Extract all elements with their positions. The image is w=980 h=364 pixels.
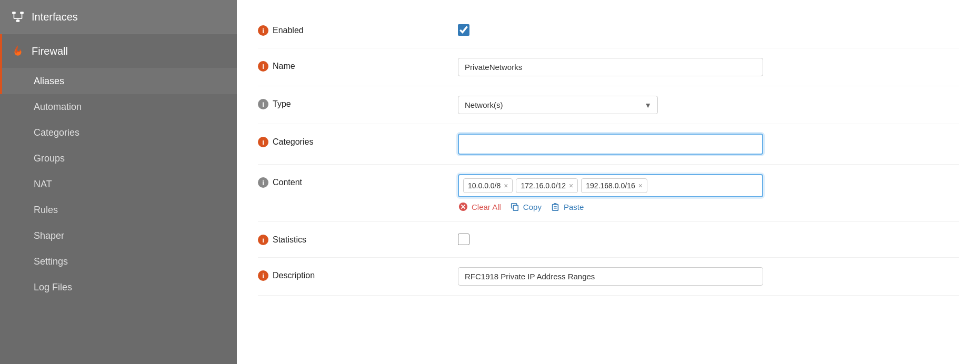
sidebar-subitem-log-files[interactable]: Log Files: [0, 275, 237, 300]
sidebar: Interfaces Firewall Aliases Automation C…: [0, 0, 237, 364]
content-row: i Content 10.0.0.0/8 × 172.16.0.0/12 × 1…: [258, 165, 959, 222]
description-input[interactable]: [458, 267, 763, 286]
clear-all-label: Clear All: [472, 203, 501, 211]
sidebar-item-interfaces[interactable]: Interfaces: [0, 0, 237, 34]
enabled-checkbox[interactable]: [458, 24, 469, 36]
sidebar-item-firewall[interactable]: Firewall: [0, 34, 237, 68]
name-info-icon[interactable]: i: [258, 61, 268, 72]
description-control: [458, 267, 959, 286]
tag-10.0.0.0: 10.0.0.0/8 ×: [463, 178, 513, 193]
tag-remove-10.0.0.0[interactable]: ×: [504, 182, 508, 189]
sidebar-subitem-shaper[interactable]: Shaper: [0, 223, 237, 249]
sidebar-subitem-rules-label: Rules: [34, 205, 58, 216]
statistics-info-icon[interactable]: i: [258, 235, 268, 245]
sidebar-subitem-rules[interactable]: Rules: [0, 197, 237, 223]
content-info-icon[interactable]: i: [258, 177, 268, 188]
content-control: 10.0.0.0/8 × 172.16.0.0/12 × 192.168.0.0…: [458, 174, 959, 212]
paste-button[interactable]: Paste: [550, 201, 584, 212]
sidebar-subitem-settings-label: Settings: [34, 256, 68, 267]
main-content: i Enabled i Name i Type Network(s) Host(…: [237, 0, 980, 364]
statistics-label: i Statistics: [258, 231, 458, 245]
description-label: i Description: [258, 267, 458, 281]
sidebar-subitem-aliases[interactable]: Aliases: [0, 68, 237, 94]
copy-label: Copy: [523, 203, 542, 211]
sidebar-subitem-nat-label: NAT: [34, 179, 52, 190]
categories-input[interactable]: [458, 134, 763, 155]
enabled-row: i Enabled: [258, 13, 959, 48]
categories-control: [458, 134, 959, 155]
paste-label: Paste: [564, 203, 584, 211]
enabled-info-icon[interactable]: i: [258, 25, 268, 36]
sidebar-item-firewall-label: Firewall: [32, 45, 68, 57]
sidebar-subitem-categories-label: Categories: [34, 127, 79, 138]
description-row: i Description: [258, 258, 959, 296]
content-actions: Clear All Copy: [458, 201, 959, 212]
network-icon: [11, 9, 25, 24]
tag-172.16.0.0: 172.16.0.0/12 ×: [516, 178, 578, 193]
sidebar-subitem-settings[interactable]: Settings: [0, 249, 237, 275]
statistics-control: [458, 231, 959, 247]
sidebar-item-interfaces-label: Interfaces: [32, 11, 78, 23]
type-control: Network(s) Host(s) Port(s) URL(s) URL Ta…: [458, 96, 959, 114]
categories-label: i Categories: [258, 134, 458, 147]
sidebar-subitem-groups[interactable]: Groups: [0, 146, 237, 171]
categories-row: i Categories: [258, 124, 959, 165]
name-control: [458, 58, 959, 76]
copy-icon: [509, 201, 520, 212]
svg-rect-2: [16, 19, 20, 22]
sidebar-subitem-categories[interactable]: Categories: [0, 120, 237, 146]
tag-remove-172.16.0.0[interactable]: ×: [569, 182, 573, 189]
name-row: i Name: [258, 48, 959, 86]
sidebar-subitem-groups-label: Groups: [34, 153, 65, 164]
sidebar-subitem-automation-label: Automation: [34, 102, 82, 113]
name-input[interactable]: [458, 58, 763, 76]
sidebar-subitem-nat[interactable]: NAT: [0, 171, 237, 197]
name-label: i Name: [258, 58, 458, 72]
tag-192.168.0.0: 192.168.0.0/16 ×: [581, 178, 647, 193]
paste-icon: [550, 201, 561, 212]
type-info-icon[interactable]: i: [258, 99, 268, 109]
type-select[interactable]: Network(s) Host(s) Port(s) URL(s) URL Ta…: [458, 96, 658, 114]
statistics-checkbox[interactable]: [458, 234, 469, 245]
sidebar-subitem-automation[interactable]: Automation: [0, 94, 237, 120]
enabled-control: [458, 22, 959, 37]
type-select-wrapper: Network(s) Host(s) Port(s) URL(s) URL Ta…: [458, 96, 658, 114]
tag-remove-192.168.0.0[interactable]: ×: [638, 182, 643, 189]
description-info-icon[interactable]: i: [258, 270, 268, 281]
svg-rect-0: [12, 12, 16, 14]
content-label: i Content: [258, 174, 458, 188]
type-label: i Type: [258, 96, 458, 109]
enabled-label: i Enabled: [258, 22, 458, 36]
svg-rect-10: [513, 205, 518, 210]
content-tags-field[interactable]: 10.0.0.0/8 × 172.16.0.0/12 × 192.168.0.0…: [458, 174, 763, 197]
type-row: i Type Network(s) Host(s) Port(s) URL(s)…: [258, 86, 959, 124]
statistics-row: i Statistics: [258, 222, 959, 258]
svg-rect-1: [20, 12, 24, 14]
svg-rect-11: [552, 205, 558, 211]
copy-button[interactable]: Copy: [509, 201, 542, 212]
categories-info-icon[interactable]: i: [258, 137, 268, 147]
clear-icon: [458, 201, 468, 212]
clear-all-button[interactable]: Clear All: [458, 201, 501, 212]
fire-icon: [11, 44, 25, 58]
sidebar-subitem-aliases-label: Aliases: [34, 76, 64, 87]
sidebar-subitem-log-files-label: Log Files: [34, 282, 72, 293]
sidebar-subitem-shaper-label: Shaper: [34, 230, 64, 241]
